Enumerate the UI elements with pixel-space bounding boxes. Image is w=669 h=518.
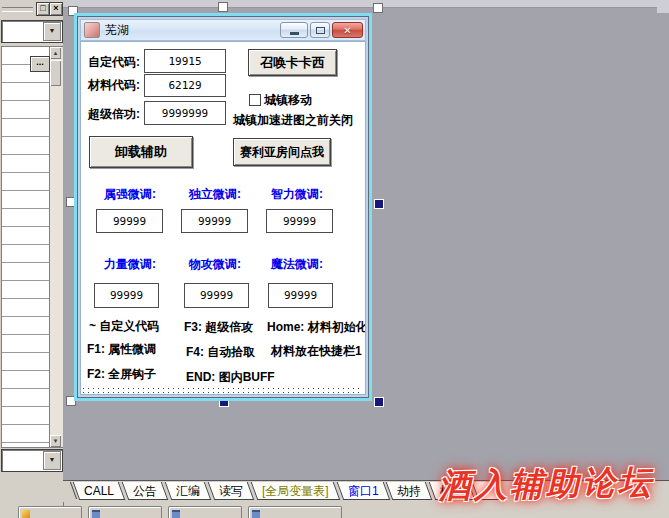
field-label: 自定代码: [88,54,140,71]
hotkey-label: F1: 属性微调 [87,341,156,358]
tab-label: 劫持 [390,483,428,499]
tab-call[interactable]: CALL [73,482,126,500]
minimize-button[interactable] [280,22,308,38]
tab-label: 公告 [126,483,164,499]
ellipsis-button[interactable]: ... [30,56,50,72]
designer-grid-dots [83,388,363,389]
tab-label: 读写 [212,483,250,499]
field-label: 材料代码: [88,77,140,94]
panel-restore-button[interactable]: □ [36,2,50,16]
scrollbar-thumb[interactable] [50,60,61,86]
close-button[interactable]: ✕ [332,22,363,38]
maximize-button[interactable] [310,22,330,38]
app-icon [84,22,100,38]
material-code-input[interactable]: 62129 [144,74,226,97]
physical-attack-tweak-input[interactable]: 99999 [184,283,249,308]
property-grid[interactable] [1,46,50,448]
tweak-label: 属强微调: [104,186,156,203]
selection-handle-top-center[interactable] [218,2,228,12]
maximize-icon [316,27,325,34]
form-designer-canvas[interactable]: 芜湖 ✕ 自定代码: 19915 召唤卡卡西 材料代码: 62129 城镇移动 [63,0,669,480]
custom-code-input[interactable]: 19915 [144,49,226,73]
super-multiplier-input[interactable]: 9999999 [144,101,226,125]
tweak-label: 物攻微调: [189,256,241,273]
close-icon: ✕ [343,25,351,36]
independent-tweak-input[interactable]: 99999 [181,209,248,233]
restore-icon: □ [40,3,45,13]
dialog-titlebar[interactable]: 芜湖 ✕ [80,19,366,41]
ide-screen: □ × ▼ ... ▲ ▼ ▼ [0,0,669,518]
dialog-client-area: 自定代码: 19915 召唤卡卡西 材料代码: 62129 城镇移动 超级倍功:… [80,41,366,395]
hotkey-label: ~ 自定义代码 [89,318,159,335]
bottom-window-item[interactable] [248,506,342,518]
hotkey-label: 材料放在快捷栏1 [271,343,362,360]
properties-panel: □ × ▼ ... ▲ ▼ ▼ [0,0,64,518]
summon-kakashi-button[interactable]: 召唤卡卡西 [248,49,337,76]
town-move-checkbox[interactable] [249,94,261,106]
tab-announcement[interactable]: 公告 [122,482,169,500]
intelligence-tweak-input[interactable]: 99999 [266,209,333,233]
canvas-corner [657,0,669,13]
hotkey-label: F4: 自动拾取 [186,344,255,361]
close-icon: × [53,3,58,13]
panel-grip [2,7,33,12]
selection-handle-mid-right[interactable] [374,199,384,209]
panel-close-button[interactable]: × [49,2,63,16]
magic-tweak-input[interactable]: 99999 [268,283,333,308]
tab-label: CALL [77,483,121,499]
field-label: 超级倍功: [88,106,140,123]
hotkey-label: F2: 全屏钩子 [87,366,156,383]
seria-room-button[interactable]: 赛利亚房间点我 [233,138,331,166]
chevron-down-icon[interactable]: ▼ [43,22,61,41]
elemental-tweak-input[interactable]: 99999 [96,209,163,233]
tweak-label: 力量微调: [104,256,156,273]
selection-handle-top-right[interactable] [373,3,383,13]
bottom-window-item[interactable] [168,506,242,518]
tab-global-variables[interactable]: [全局变量表] [251,482,340,500]
titlebar-buttons: ✕ [280,22,363,38]
tab-window1[interactable]: 窗口1 [336,482,389,500]
designer-grid-dots [83,392,363,393]
hotkey-label: Home: 材料初始化 [267,319,366,336]
form-window-icon [172,510,180,518]
strength-tweak-input[interactable]: 99999 [94,283,159,308]
chevron-down-icon[interactable]: ▼ [43,451,61,470]
window-title: 芜湖 [105,22,129,39]
form-window-icon [92,510,100,518]
unload-assist-button[interactable]: 卸载辅助 [89,136,193,168]
tab-hijack[interactable]: 劫持 [386,482,433,500]
town-note-label: 城镇加速进图之前关闭 [233,112,353,129]
secondary-combo[interactable]: ▼ [1,449,63,472]
panel-titlebar[interactable]: □ × [0,0,63,16]
form-selection-frame: 芜湖 ✕ 自定代码: 19915 召唤卡卡西 材料代码: 62129 城镇移动 [74,13,372,401]
tab-label: 窗口1 [341,483,386,499]
tab-assembly[interactable]: 汇编 [165,482,212,500]
selection-handle-bottom-right[interactable] [374,397,384,407]
tab-readwrite[interactable]: 读写 [208,482,255,500]
minimize-icon [290,32,299,35]
property-grid-scrollbar[interactable]: ▲ ▼ [49,46,64,448]
hotkey-label: F3: 超级倍攻 [184,319,253,336]
form-window-icon [252,510,260,518]
tweak-label: 魔法微调: [271,256,323,273]
app-window-icon [22,510,30,518]
hotkey-label: END: 图内BUFF [186,369,275,386]
dialog-window: 芜湖 ✕ 自定代码: 19915 召唤卡卡西 材料代码: 62129 城镇移动 [77,16,369,398]
tab-label: 汇编 [169,483,207,499]
checkbox-label: 城镇移动 [264,92,312,109]
bottom-window-item[interactable] [18,506,82,518]
tweak-label: 智力微调: [271,186,323,203]
tweak-label: 独立微调: [189,186,241,203]
scroll-up-icon[interactable]: ▲ [50,47,61,59]
tab-label: [全局变量表] [255,483,336,499]
scroll-down-icon[interactable]: ▼ [50,435,61,447]
forum-watermark: 酒入辅助论坛 [438,460,655,509]
canvas-top-strip [63,0,669,8]
bottom-window-item[interactable] [88,506,162,518]
object-selector-combo[interactable]: ▼ [1,20,63,43]
